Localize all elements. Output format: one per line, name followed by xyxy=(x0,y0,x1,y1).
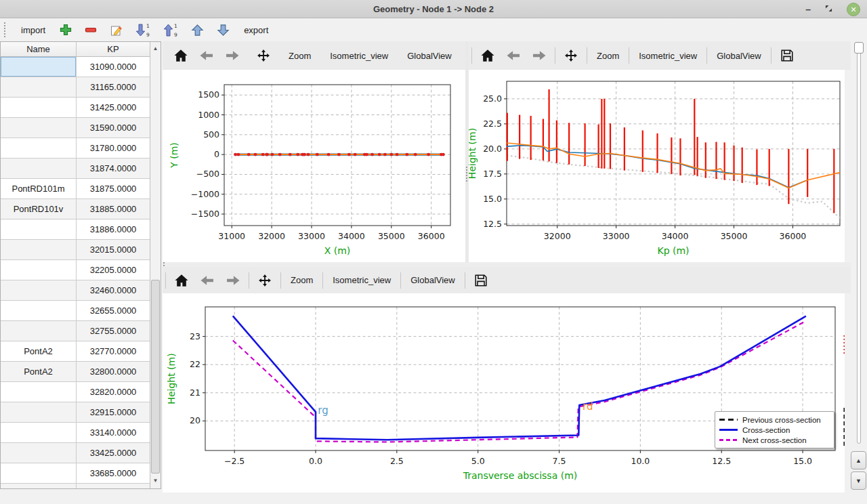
pan-button[interactable] xyxy=(252,270,278,291)
save-button[interactable] xyxy=(774,45,800,66)
cell-kp[interactable]: 31425.0000 xyxy=(77,98,150,117)
cell-kp[interactable]: 31590.0000 xyxy=(77,118,150,138)
table-row[interactable]: PontA232770.0000 xyxy=(1,341,150,362)
table-row[interactable]: 32655.0000 xyxy=(1,301,150,321)
cell-kp[interactable]: 32800.0000 xyxy=(77,362,150,381)
table-row[interactable]: 33425.0000 xyxy=(1,443,150,463)
cell-name[interactable] xyxy=(1,57,77,77)
cell-kp[interactable]: 31875.0000 xyxy=(77,179,150,198)
cell-kp[interactable]: 32915.0000 xyxy=(77,402,150,422)
cell-name[interactable] xyxy=(1,98,77,117)
toolbar-grip[interactable] xyxy=(4,22,7,37)
zoom-button[interactable]: Zoom xyxy=(590,45,626,66)
table-scroll-down-button[interactable]: ▼ xyxy=(150,474,161,488)
export-button[interactable]: export xyxy=(241,21,271,39)
home-button[interactable] xyxy=(169,270,194,291)
column-header-name[interactable]: Name xyxy=(1,42,77,56)
titlebar[interactable]: Geometry - Node 1 -> Node 2 – ✕ xyxy=(0,0,867,18)
table-row[interactable]: 32205.0000 xyxy=(1,260,150,280)
isometric-view-button[interactable]: Isometric_view xyxy=(323,45,395,66)
table-row[interactable]: PontA232800.0000 xyxy=(1,362,150,382)
zoom-button[interactable]: Zoom xyxy=(284,270,320,291)
cell-name[interactable] xyxy=(1,260,77,280)
table-row[interactable]: 33140.0000 xyxy=(1,423,150,443)
minimize-button[interactable]: – xyxy=(805,5,811,14)
move-up-button[interactable] xyxy=(190,21,205,39)
cell-name[interactable]: PontA2 xyxy=(1,362,77,381)
cell-name[interactable] xyxy=(1,240,77,259)
cell-name[interactable]: PontRD101v xyxy=(1,199,77,219)
cell-name[interactable] xyxy=(1,280,77,300)
cell-kp[interactable]: 31780.0000 xyxy=(77,138,150,158)
table-row[interactable]: 31165.0000 xyxy=(1,77,150,98)
pan-button[interactable] xyxy=(558,45,584,66)
cell-name[interactable] xyxy=(1,118,77,138)
close-button[interactable]: ✕ xyxy=(847,3,860,16)
global-scrollbar[interactable]: ▲ ▼ xyxy=(851,41,867,504)
save-button[interactable] xyxy=(468,270,494,291)
plan-view-canvas[interactable]: 310003200033000340003500036000−1500−1000… xyxy=(163,70,465,262)
home-button[interactable] xyxy=(475,45,501,66)
cell-kp[interactable]: 32770.0000 xyxy=(77,341,150,361)
isometric-view-button[interactable]: Isometric_view xyxy=(632,45,704,66)
cell-name[interactable] xyxy=(1,301,77,320)
home-button[interactable] xyxy=(168,45,194,66)
cell-name[interactable] xyxy=(1,159,77,178)
cell-name[interactable]: PontA2 xyxy=(1,341,77,361)
cell-name[interactable]: PontRD101m xyxy=(1,179,77,198)
cell-name[interactable] xyxy=(1,321,77,341)
cell-kp[interactable]: 31886.0000 xyxy=(77,219,150,239)
table-row[interactable]: 32755.0000 xyxy=(1,321,150,341)
global-scrollbar-track[interactable] xyxy=(857,44,861,444)
cell-kp[interactable]: 32205.0000 xyxy=(77,260,150,280)
table-row[interactable]: 31886.0000 xyxy=(1,219,150,240)
cell-name[interactable] xyxy=(1,484,77,488)
plan-view-plot[interactable]: 310003200033000340003500036000−1500−1000… xyxy=(163,70,465,262)
cell-kp[interactable]: 32460.0000 xyxy=(77,280,150,300)
import-button[interactable]: import xyxy=(18,21,48,39)
globalview-button[interactable]: GlobalView xyxy=(710,45,768,66)
table-row[interactable]: 31090.0000 xyxy=(1,57,150,77)
remove-button[interactable] xyxy=(83,21,98,39)
cell-kp[interactable]: 33140.0000 xyxy=(77,423,150,442)
table-row[interactable]: 31425.0000 xyxy=(1,98,150,118)
cell-name[interactable] xyxy=(1,463,77,483)
table-row[interactable]: 32015.0000 xyxy=(1,240,150,260)
table-row[interactable]: PontRD101v31885.0000 xyxy=(1,199,150,219)
table-scrollbar-thumb[interactable] xyxy=(151,280,160,474)
cross-section-canvas[interactable]: −2.50.02.55.07.510.012.515.020212223rgrd… xyxy=(163,293,845,492)
globalview-button[interactable]: GlobalView xyxy=(400,45,459,66)
move-down-button[interactable] xyxy=(215,21,231,39)
back-button[interactable] xyxy=(194,45,219,66)
table-row[interactable]: 31780.0000 xyxy=(1,138,150,159)
cell-kp[interactable]: 32015.0000 xyxy=(77,240,150,259)
table-row[interactable]: 31874.0000 xyxy=(1,159,150,179)
globalview-button[interactable]: GlobalView xyxy=(404,270,462,291)
profile-canvas[interactable]: 320003300034000350003600012.515.017.520.… xyxy=(469,70,845,262)
cell-kp[interactable]: 31090.0000 xyxy=(77,57,150,77)
cell-name[interactable] xyxy=(1,382,77,402)
cell-name[interactable] xyxy=(1,77,77,97)
sort-descending-button[interactable]: 19 xyxy=(134,21,152,39)
table-row[interactable]: 32820.0000 xyxy=(1,382,150,402)
cell-kp[interactable]: 33425.0000 xyxy=(77,443,150,463)
isometric-view-button[interactable]: Isometric_view xyxy=(326,270,398,291)
forward-button[interactable] xyxy=(219,45,245,66)
column-header-kp[interactable]: KP xyxy=(77,42,150,56)
table-row[interactable]: PontRD101m31875.0000 xyxy=(1,179,150,199)
global-scroll-up-button[interactable]: ▲ xyxy=(851,451,866,469)
table-row[interactable]: 31590.0000 xyxy=(1,118,150,138)
edit-button[interactable] xyxy=(108,21,124,39)
global-scrollbar-thumb[interactable] xyxy=(854,42,864,54)
cell-kp[interactable]: 32820.0000 xyxy=(77,382,150,402)
forward-button[interactable] xyxy=(526,45,552,66)
sort-ascending-button[interactable]: 19 xyxy=(162,21,179,39)
cell-kp[interactable]: 32655.0000 xyxy=(77,301,150,320)
cell-name[interactable] xyxy=(1,219,77,239)
zoom-button[interactable]: Zoom xyxy=(282,45,318,66)
forward-button[interactable] xyxy=(220,270,246,291)
cell-kp[interactable]: 33685.0000 xyxy=(77,463,150,483)
table-row[interactable]: 32460.0000 xyxy=(1,280,150,301)
cell-kp[interactable] xyxy=(77,484,150,488)
cell-name[interactable] xyxy=(1,423,77,442)
